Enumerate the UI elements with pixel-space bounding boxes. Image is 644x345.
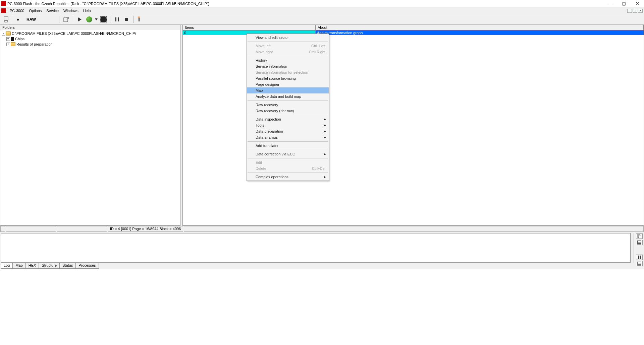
menu-bar: PC-3000 Options Service Windows Help _ □… — [0, 7, 644, 14]
ctx-parallel-source-browsing[interactable]: Parallel source browsing — [247, 75, 329, 81]
tab-hex[interactable]: HEX — [25, 263, 39, 269]
ctx-add-translator[interactable]: Add translator — [247, 143, 329, 149]
maximize-button[interactable]: ▢ — [617, 0, 631, 7]
ctx-map[interactable]: Map — [247, 87, 329, 93]
expand-icon[interactable]: + — [6, 37, 10, 41]
globe-icon[interactable] — [85, 15, 93, 23]
tree-root[interactable]: - C:\PROGRAM FILES (X86)\ACE LAB\PC-3000… — [2, 31, 179, 36]
menu-help[interactable]: Help — [81, 7, 93, 14]
svg-marker-5 — [95, 18, 98, 20]
ctx-delete: DeleteCtrl+Del — [247, 165, 329, 171]
play-icon[interactable] — [76, 15, 84, 23]
mdi-restore-button[interactable]: □ — [633, 9, 637, 13]
chevron-right-icon: ▶ — [324, 130, 326, 133]
ctx-complex-operations[interactable]: Complex operations▶ — [247, 174, 329, 180]
log-area: Log Map HEX Structure Status Processes — [0, 232, 644, 269]
ctx-raw-recovery[interactable]: Raw recovery — [247, 102, 329, 108]
tab-map[interactable]: Map — [12, 263, 25, 269]
tree-results-label: Results of preparation — [16, 42, 53, 46]
ctx-service-information-selection: Service information for selection — [247, 69, 329, 75]
minimize-button[interactable]: — — [604, 0, 617, 7]
svg-rect-8 — [125, 18, 128, 21]
mdi-buttons: _ □ x — [627, 9, 644, 13]
device-icon[interactable] — [2, 15, 10, 23]
chevron-right-icon: ▶ — [324, 136, 326, 139]
ctx-data-preparation[interactable]: Data preparation▶ — [247, 128, 329, 134]
ctx-page-designer[interactable]: Page designer — [247, 81, 329, 87]
ctx-raw-recovery-row[interactable]: Raw recovery ( for row) — [247, 108, 329, 114]
mdi-minimize-button[interactable]: _ — [627, 9, 632, 13]
save-icon[interactable] — [636, 240, 643, 245]
ctx-edit: Edit — [247, 159, 329, 165]
ctx-analyze-build-map[interactable]: Analyze data and build map — [247, 93, 329, 99]
close-button[interactable]: ✕ — [631, 0, 644, 7]
title-bar: PC-3000 Flash - the Czech Republic - [Ta… — [0, 0, 644, 7]
tree-root-label: C:\PROGRAM FILES (X86)\ACE LAB\PC-3000FL… — [12, 31, 136, 36]
column-headers: Items About — [183, 25, 644, 30]
folder-tree[interactable]: - C:\PROGRAM FILES (X86)\ACE LAB\PC-3000… — [0, 30, 180, 48]
app-icon — [1, 1, 6, 6]
status-cell-1 — [0, 226, 5, 232]
svg-rect-0 — [4, 17, 8, 20]
log-content[interactable] — [1, 233, 631, 263]
binary-icon[interactable]: ♣ — [16, 15, 24, 23]
tree-results[interactable]: + Results of preparation — [2, 42, 179, 47]
tab-log[interactable]: Log — [1, 263, 13, 269]
collapse-icon[interactable]: - — [2, 32, 5, 36]
col-about[interactable]: About — [316, 25, 644, 30]
export-icon[interactable] — [62, 15, 70, 23]
log-side-buttons — [636, 233, 643, 266]
chevron-right-icon: ▶ — [324, 124, 326, 127]
svg-rect-6 — [115, 17, 116, 21]
mdi-close-button[interactable]: x — [638, 9, 643, 13]
chevron-right-icon: ▶ — [324, 152, 326, 156]
folder-icon — [11, 42, 15, 46]
ctx-service-information[interactable]: Service information — [247, 63, 329, 69]
svg-rect-16 — [638, 262, 641, 264]
app-icon-small — [1, 8, 6, 13]
exit-icon[interactable] — [136, 15, 144, 23]
cell-about: Add to transformation graph — [316, 30, 644, 35]
folder-open-icon — [6, 31, 11, 36]
svg-rect-1 — [5, 20, 7, 22]
tree-chips[interactable]: + Chips — [2, 36, 179, 42]
menu-service[interactable]: Service — [44, 7, 61, 14]
tab-structure[interactable]: Structure — [39, 263, 60, 269]
context-menu: View and edit sector Move leftCtrl+Left … — [247, 33, 329, 181]
status-cell-2 — [6, 226, 56, 232]
svg-rect-13 — [638, 256, 639, 259]
status-bar: ID = 4 [0001] Page = 16/8944 Block = 409… — [0, 226, 644, 232]
copy-icon[interactable] — [636, 233, 643, 239]
svg-marker-4 — [78, 17, 82, 21]
ctx-view-edit-sector[interactable]: View and edit sector — [247, 34, 329, 41]
clear-log-icon[interactable] — [636, 261, 643, 266]
pause-log-icon[interactable] — [636, 255, 643, 260]
menu-options[interactable]: Options — [26, 7, 44, 14]
folders-pane: Folders - C:\PROGRAM FILES (X86)\ACE LAB… — [0, 25, 180, 226]
toolbar: ♣ RAW — [0, 14, 644, 25]
ctx-data-inspection[interactable]: Data inspection▶ — [247, 116, 329, 122]
ctx-data-correction-ecc[interactable]: Data correction via ECC▶ — [247, 151, 329, 157]
ctx-tools[interactable]: Tools▶ — [247, 122, 329, 128]
col-items[interactable]: Items — [183, 25, 316, 30]
raw-button[interactable]: RAW — [25, 17, 37, 22]
tab-processes[interactable]: Processes — [75, 263, 99, 269]
chevron-right-icon: ▶ — [324, 175, 326, 179]
menu-windows[interactable]: Windows — [61, 7, 81, 14]
status-info: ID = 4 [0001] Page = 16/8944 Block = 409… — [108, 226, 183, 232]
pause-icon[interactable] — [113, 15, 121, 23]
chip-icon[interactable] — [99, 15, 107, 23]
chip-folder-icon — [11, 37, 14, 41]
expand-icon[interactable]: + — [6, 43, 10, 46]
bottom-tabs: Log Map HEX Structure Status Processes — [1, 263, 99, 269]
folders-header: Folders — [0, 25, 180, 30]
ctx-data-analysis[interactable]: Data analysis▶ — [247, 134, 329, 140]
ctx-history[interactable]: History — [247, 57, 329, 63]
svg-text:♣: ♣ — [17, 17, 19, 21]
dropdown-arrow-icon[interactable] — [95, 15, 98, 23]
menu-pc3000[interactable]: PC-3000 — [7, 7, 26, 14]
svg-rect-7 — [118, 17, 119, 21]
stop-icon[interactable] — [122, 15, 130, 23]
tab-status[interactable]: Status — [59, 263, 76, 269]
tree-chips-label: Chips — [15, 37, 24, 41]
